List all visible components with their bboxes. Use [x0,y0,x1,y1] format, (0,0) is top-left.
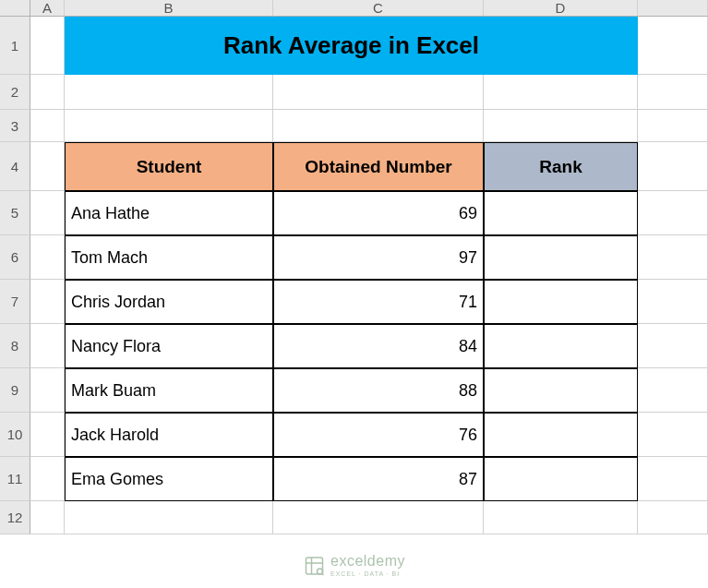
row-header-10[interactable]: 10 [0,413,30,457]
col-header-c[interactable]: C [273,0,484,17]
cell-e3[interactable] [638,110,708,142]
cell-e9[interactable] [638,368,708,413]
table-row[interactable] [484,235,638,280]
table-row[interactable]: Jack Harold [65,413,273,457]
cell-a5[interactable] [30,191,65,235]
cell-a1[interactable] [30,17,65,75]
cell-a6[interactable] [30,235,65,280]
cell-e4[interactable] [638,142,708,191]
row-header-2[interactable]: 2 [0,75,30,110]
cell-a2[interactable] [30,75,65,110]
cell-e8[interactable] [638,324,708,368]
table-header-rank[interactable]: Rank [484,142,638,191]
cell-a9[interactable] [30,368,65,413]
table-row[interactable]: 69 [273,191,484,235]
row-header-1[interactable]: 1 [0,17,30,75]
table-row[interactable]: 87 [273,457,484,501]
row-header-7[interactable]: 7 [0,280,30,324]
cell-e6[interactable] [638,235,708,280]
row-header-6[interactable]: 6 [0,235,30,280]
cell-e1[interactable] [638,17,708,75]
cell-a8[interactable] [30,324,65,368]
table-row[interactable] [484,457,638,501]
cell-e12[interactable] [638,501,708,534]
table-row[interactable]: Nancy Flora [65,324,273,368]
cell-e5[interactable] [638,191,708,235]
table-row[interactable]: Chris Jordan [65,280,273,324]
table-row[interactable] [484,324,638,368]
table-row[interactable] [484,368,638,413]
col-header-a[interactable]: A [30,0,65,17]
cell-a3[interactable] [30,110,65,142]
cell-d12[interactable] [484,501,638,534]
table-row[interactable]: Ana Hathe [65,191,273,235]
row-header-4[interactable]: 4 [0,142,30,191]
corner-cell [0,0,30,17]
cell-b2[interactable] [65,75,273,110]
cell-d3[interactable] [484,110,638,142]
table-row[interactable] [484,413,638,457]
col-header-blank [638,0,708,17]
cell-a4[interactable] [30,142,65,191]
table-row[interactable]: Ema Gomes [65,457,273,501]
cell-e11[interactable] [638,457,708,501]
cell-a12[interactable] [30,501,65,534]
table-row[interactable] [484,191,638,235]
row-header-3[interactable]: 3 [0,110,30,142]
cell-a10[interactable] [30,413,65,457]
cell-c2[interactable] [273,75,484,110]
table-row[interactable]: 97 [273,235,484,280]
cell-d2[interactable] [484,75,638,110]
cell-b3[interactable] [65,110,273,142]
spreadsheet-grid: A B C D 1 Rank Average in Excel 2 3 4 St… [0,0,708,534]
cell-b12[interactable] [65,501,273,534]
row-header-9[interactable]: 9 [0,368,30,413]
cell-e10[interactable] [638,413,708,457]
watermark-brand: exceldemy [330,554,405,569]
cell-e7[interactable] [638,280,708,324]
table-header-student[interactable]: Student [65,142,273,191]
table-header-number[interactable]: Obtained Number [273,142,484,191]
cell-a7[interactable] [30,280,65,324]
watermark: exceldemy EXCEL · DATA · BI [303,554,405,577]
table-row[interactable]: 71 [273,280,484,324]
row-header-5[interactable]: 5 [0,191,30,235]
table-row[interactable]: 76 [273,413,484,457]
watermark-sub: EXCEL · DATA · BI [330,570,405,577]
col-header-b[interactable]: B [65,0,273,17]
row-header-11[interactable]: 11 [0,457,30,501]
svg-rect-0 [306,558,322,574]
row-header-8[interactable]: 8 [0,324,30,368]
table-row[interactable]: Tom Mach [65,235,273,280]
col-header-d[interactable]: D [484,0,638,17]
watermark-text: exceldemy EXCEL · DATA · BI [330,554,405,577]
cell-a11[interactable] [30,457,65,501]
table-row[interactable]: Mark Buam [65,368,273,413]
page-title[interactable]: Rank Average in Excel [65,17,638,75]
cell-c3[interactable] [273,110,484,142]
cell-e2[interactable] [638,75,708,110]
table-row[interactable] [484,280,638,324]
row-header-12[interactable]: 12 [0,501,30,534]
table-row[interactable]: 84 [273,324,484,368]
watermark-icon [303,555,325,577]
cell-c12[interactable] [273,501,484,534]
table-row[interactable]: 88 [273,368,484,413]
